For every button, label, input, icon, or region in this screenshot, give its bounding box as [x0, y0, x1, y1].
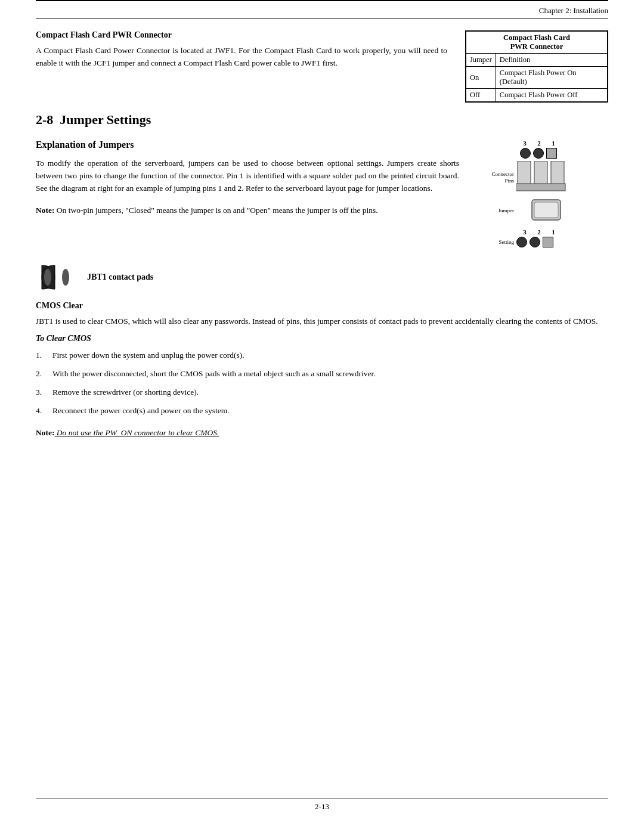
setting-pin-1-label: 1 — [547, 228, 559, 236]
final-note: Note: Do not use the PW_ON connector to … — [36, 427, 608, 439]
section-28-heading: 2-8 Jumper Settings — [36, 112, 608, 128]
setting-pin-3-label: 3 — [519, 228, 531, 236]
cf-row1-jumper: On — [466, 67, 496, 89]
svg-point-7 — [62, 269, 69, 286]
connector-body-svg — [516, 161, 570, 194]
step-3-num: 3. — [36, 386, 48, 399]
setting-label: Setting — [483, 239, 516, 245]
jbt1-svg — [36, 259, 78, 295]
svg-rect-1 — [534, 161, 547, 185]
cf-body-text: A Compact Flash Card Power Connector is … — [36, 45, 447, 70]
step-3-text: Remove the screwdriver (or shorting devi… — [52, 386, 199, 399]
cf-col2-header: Definition — [496, 54, 607, 67]
list-item: 4.Reconnect the power cord(s) and power … — [36, 405, 608, 417]
cf-row2-jumper: Off — [466, 89, 496, 102]
svg-rect-2 — [551, 161, 564, 185]
setting-pin-2-circle — [530, 237, 540, 247]
step-4-num: 4. — [36, 405, 48, 417]
pin-1-label: 1 — [547, 140, 559, 147]
cf-table-header1: Compact Flash Card — [503, 33, 570, 42]
step-2-num: 2. — [36, 368, 48, 380]
explanation-note: Note: On two-pin jumpers, "Closed" means… — [36, 205, 459, 217]
svg-rect-0 — [518, 161, 531, 185]
list-item: 3.Remove the screwdriver (or shorting de… — [36, 386, 608, 399]
section-number: 2-8 — [36, 112, 53, 127]
pin-1-square — [546, 148, 557, 159]
step-2-text: With the power disconnected, short the C… — [52, 368, 376, 380]
svg-rect-3 — [516, 184, 565, 191]
list-item: 1.First power down the system and unplug… — [36, 349, 608, 362]
explanation-heading: Explanation of Jumpers — [36, 140, 459, 150]
step-1-num: 1. — [36, 349, 48, 362]
pin-2-circle — [533, 148, 544, 159]
setting-pin-3-circle — [516, 237, 527, 247]
cf-row2-def: Compact Flash Power Off — [496, 89, 607, 102]
setting-pin-1-square — [543, 237, 553, 247]
cmos-title: CMOS Clear — [36, 301, 608, 311]
connector-pins-label: ConnectorPins — [483, 171, 516, 184]
cf-section-title: Compact Flash Card PWR Connector — [36, 30, 447, 40]
step-1-text: First power down the system and unplug t… — [52, 349, 244, 362]
cf-table-header2: PWR Connector — [510, 42, 564, 51]
cmos-steps-list: 1.First power down the system and unplug… — [36, 349, 608, 417]
note-bold-label: Note: — [36, 206, 54, 215]
cmos-section: CMOS Clear JBT1 is used to clear CMOS, w… — [36, 301, 608, 439]
setting-pin-2-label: 2 — [533, 228, 545, 236]
step-4-text: Reconnect the power cord(s) and power on… — [52, 405, 230, 417]
table-row: Off Compact Flash Power Off — [466, 89, 608, 102]
page-number: 2-13 — [0, 798, 644, 815]
jumper-body-label: Jumper — [483, 208, 516, 213]
chapter-title: Chapter 2: Installation — [539, 6, 608, 15]
pin-3-circle — [520, 148, 531, 159]
cmos-body: JBT1 is used to clear CMOS, which will a… — [36, 315, 608, 328]
table-row: On Compact Flash Power On (Default) — [466, 67, 608, 89]
svg-rect-5 — [534, 202, 558, 218]
cf-row1-def: Compact Flash Power On (Default) — [496, 67, 607, 89]
explanation-body: To modify the operation of the serverboa… — [36, 157, 459, 195]
svg-point-6 — [44, 269, 51, 286]
cf-col1-header: Jumper — [466, 54, 496, 67]
pin-3-label: 3 — [519, 140, 531, 147]
jbt1-label: JBT1 contact pads — [87, 272, 153, 282]
final-note-italic: Do not use the PW_ON connector to clear … — [54, 428, 219, 437]
pin-2-label: 2 — [533, 140, 545, 147]
jbt1-area: JBT1 contact pads — [36, 259, 608, 295]
note-body: On two-pin jumpers, "Closed" means the j… — [54, 206, 377, 215]
list-item: 2.With the power disconnected, short the… — [36, 368, 608, 380]
jumper-diagram: 3 2 1 — [483, 140, 570, 247]
section-title: Jumper Settings — [60, 112, 151, 127]
final-note-bold: Note: — [36, 428, 54, 437]
jumper-body-svg — [516, 199, 570, 222]
to-clear-title: To Clear CMOS — [36, 334, 608, 343]
